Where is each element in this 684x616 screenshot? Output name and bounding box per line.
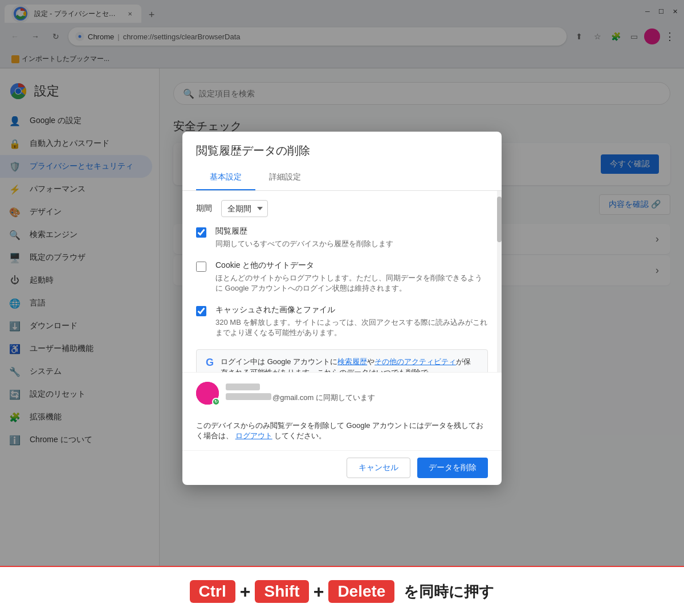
cookies-desc: ほとんどのサイトからログアウトします。ただし、同期データを削除できるように Go… [215,273,488,293]
logout-link[interactable]: ログアウト [235,431,272,440]
dialog-tabs: 基本設定 詳細設定 [182,165,502,191]
history-checkbox-content: 閲覧履歴 同期しているすべてのデバイスから履歴を削除します [215,226,393,249]
cookies-checkbox[interactable] [196,262,206,272]
scrollbar-track[interactable] [497,191,502,372]
ctrl-key-badge: Ctrl [190,580,235,603]
cancel-button[interactable]: キャンセル [347,458,410,478]
plus-sign-1: + [240,581,251,602]
email-placeholder [226,393,271,400]
dialog-footer: キャンセル データを削除 [182,450,502,485]
shortcut-rest-text: を同時に押す [404,582,494,602]
delete-data-button[interactable]: データを削除 [417,458,488,478]
period-label: 期間 [196,203,212,214]
logout-notice-suffix: してください。 [274,431,326,440]
checkbox-history: 閲覧履歴 同期しているすべてのデバイスから履歴を削除します [196,226,488,249]
history-checkbox[interactable] [196,227,206,238]
checkbox-cache: キャッシュされた画像とファイル 320 MB を解放します。サイトによっては、次… [196,305,488,338]
account-email: @gmail.com に同期しています [226,393,375,403]
tab-basic[interactable]: 基本設定 [196,165,255,190]
google-notice-text: ログイン中は Google アカウントに検索履歴やその他のアクティビティが保存さ… [221,357,478,372]
logout-notice: このデバイスからのみ閲覧データを削除して Google アカウントにはデータを残… [182,414,502,450]
tab-advanced[interactable]: 詳細設定 [255,165,315,190]
google-notice: G ログイン中は Google アカウントに検索履歴やその他のアクティビティが保… [196,349,488,372]
browser-window: 設定 - プライバシーとセキュリティ ✕ + ─ ☐ ✕ ← → ↻ Chrom… [0,0,684,616]
clear-browser-data-dialog: 閲覧履歴データの削除 基本設定 詳細設定 期間 全期間 [182,132,502,485]
user-avatar: ↻ [196,382,219,405]
account-name-placeholder [226,384,260,390]
cache-checkbox[interactable] [196,306,206,316]
history-desc: 同期しているすべてのデバイスから履歴を削除します [215,239,393,249]
cache-label: キャッシュされた画像とファイル [215,305,488,315]
dialog-title: 閲覧履歴データの削除 [182,132,502,165]
google-g-icon: G [206,357,214,369]
checkbox-cookies: Cookie と他のサイトデータ ほとんどのサイトからログアウトします。ただし、… [196,260,488,293]
shortcut-banner: Ctrl + Shift + Delete を同時に押す [0,566,684,616]
dialog-overlay: 閲覧履歴データの削除 基本設定 詳細設定 期間 全期間 [0,0,684,616]
email-suffix: @gmail.com に同期しています [272,393,375,402]
cookies-label: Cookie と他のサイトデータ [215,260,488,271]
account-info: ↻ @gmail.com に同期しています [182,372,502,414]
period-select[interactable]: 全期間 [221,200,268,217]
shift-key-badge: Shift [255,580,308,603]
other-activity-link[interactable]: その他のアクティビティ [374,357,456,366]
cache-desc: 320 MB を解放します。サイトによっては、次回アクセスする際に読み込みがこれ… [215,317,488,338]
dialog-content: 期間 全期間 閲覧履歴 同期しているすべてのデバイスから履歴を削除します [182,191,502,372]
sync-badge: ↻ [212,398,220,406]
scrollbar-thumb[interactable] [497,197,502,242]
delete-key-badge: Delete [328,580,394,603]
plus-sign-2: + [314,581,324,602]
cache-checkbox-content: キャッシュされた画像とファイル 320 MB を解放します。サイトによっては、次… [215,305,488,338]
history-label: 閲覧履歴 [215,226,393,236]
account-text-block: @gmail.com に同期しています [226,384,375,403]
search-history-link[interactable]: 検索履歴 [337,357,367,366]
cookies-checkbox-content: Cookie と他のサイトデータ ほとんどのサイトからログアウトします。ただし、… [215,260,488,293]
period-row: 期間 全期間 [196,200,488,217]
